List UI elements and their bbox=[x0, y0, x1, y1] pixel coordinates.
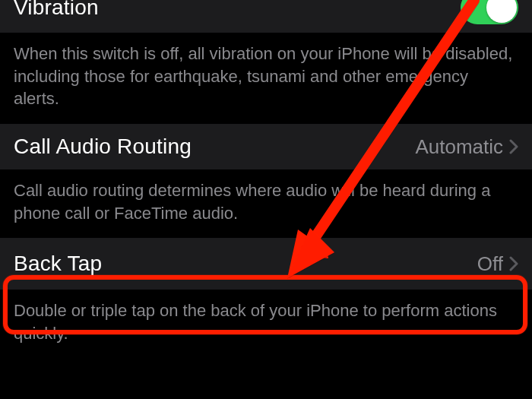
settings-list: Vibration When this switch is off, all v… bbox=[0, 0, 532, 359]
back-tap-value: Off bbox=[477, 252, 518, 276]
vibration-label: Vibration bbox=[14, 0, 99, 20]
call-audio-routing-footer: Call audio routing determines where audi… bbox=[0, 170, 532, 238]
call-audio-routing-row[interactable]: Call Audio Routing Automatic bbox=[0, 124, 532, 170]
chevron-right-icon bbox=[509, 256, 518, 271]
back-tap-value-text: Off bbox=[477, 252, 503, 276]
call-audio-routing-value: Automatic bbox=[415, 135, 518, 159]
vibration-row[interactable]: Vibration bbox=[0, 0, 532, 33]
call-audio-routing-label: Call Audio Routing bbox=[14, 135, 192, 159]
toggle-knob bbox=[486, 0, 517, 23]
chevron-right-icon bbox=[509, 139, 518, 154]
vibration-toggle[interactable] bbox=[461, 0, 518, 24]
back-tap-footer: Double or triple tap on the back of your… bbox=[0, 290, 532, 358]
back-tap-row[interactable]: Back Tap Off bbox=[0, 238, 532, 290]
back-tap-label: Back Tap bbox=[14, 252, 102, 276]
vibration-footer: When this switch is off, all vibration o… bbox=[0, 33, 532, 124]
call-audio-routing-value-text: Automatic bbox=[415, 135, 503, 159]
